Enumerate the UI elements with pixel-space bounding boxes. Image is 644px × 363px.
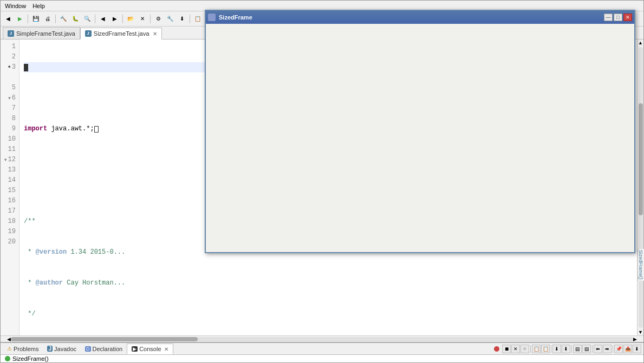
tab-problems[interactable]: ⚠ Problems bbox=[3, 344, 43, 354]
scroll-right-btn[interactable]: ▶ bbox=[633, 336, 637, 342]
tab-sized-frame-test[interactable]: J SizedFrameTest.java ✕ bbox=[80, 28, 162, 39]
horizontal-scrollbar[interactable]: ◀ ▶ bbox=[1, 335, 643, 342]
line-num-9: 9 bbox=[3, 124, 16, 134]
toolbar-btn-search[interactable]: 🔍 bbox=[82, 14, 93, 24]
scroll-up-btn[interactable]: ▲ bbox=[638, 39, 643, 46]
toolbar-sep4 bbox=[122, 15, 123, 23]
bottom-sep1 bbox=[530, 345, 531, 353]
toolbar-btn-more3[interactable]: ⬇ bbox=[177, 14, 187, 24]
bottom-stop-btn[interactable]: ⏹ bbox=[502, 345, 511, 353]
scroll-thumb-h[interactable] bbox=[11, 337, 198, 341]
bottom-close-btn1[interactable]: ✕ bbox=[511, 345, 520, 353]
bottom-copy-btn1[interactable]: 📋 bbox=[532, 345, 541, 353]
bottom-export-btn[interactable]: 📤 bbox=[623, 345, 632, 353]
tab-label-sized: SizedFrameTest.java bbox=[94, 30, 149, 37]
sized-frame-close-btn[interactable]: ✕ bbox=[623, 14, 632, 21]
toolbar-btn-save[interactable]: 💾 bbox=[30, 14, 41, 24]
tab-icon-sized: J bbox=[85, 30, 92, 37]
line-num-8: 8 bbox=[3, 114, 16, 124]
line-num-10: 10 bbox=[3, 134, 16, 144]
tab-close-sized[interactable]: ✕ bbox=[153, 31, 157, 37]
line-num-14: 14 bbox=[3, 175, 16, 186]
stop-indicator bbox=[494, 346, 499, 352]
line-num-4 bbox=[3, 72, 16, 83]
tab-console-close[interactable]: ✕ bbox=[164, 346, 168, 352]
line-num-15: 15 bbox=[3, 186, 16, 196]
sized-frame-titlebar: SizedFrame — □ ✕ bbox=[206, 11, 634, 24]
toolbar-sep2 bbox=[55, 15, 56, 23]
line-num-5: 5 bbox=[3, 83, 16, 93]
sized-frame-window: SizedFrame — □ ✕ bbox=[205, 10, 635, 253]
bottom-close-btn2[interactable]: ✕ bbox=[521, 345, 529, 353]
toolbar-btn-build[interactable]: 🔨 bbox=[58, 14, 69, 24]
menu-window[interactable]: Window bbox=[5, 3, 26, 9]
tab-icon-simple: J bbox=[8, 30, 14, 37]
outline-panel: SizedFrame() bbox=[638, 249, 644, 281]
scroll-track-v[interactable] bbox=[639, 47, 643, 328]
bottom-panel: ⚠ Problems J Javadoc D Declaration ▶ Con… bbox=[1, 342, 643, 362]
toolbar-btn-more4[interactable]: 📋 bbox=[192, 14, 203, 24]
menu-help[interactable]: Help bbox=[32, 3, 45, 9]
line-num-1: 1 bbox=[3, 42, 16, 52]
sized-frame-minimize-btn[interactable]: — bbox=[604, 14, 613, 21]
bottom-sep5 bbox=[613, 345, 613, 353]
sized-frame-title-text: SizedFrame bbox=[219, 14, 252, 21]
line-num-20: 20 bbox=[3, 237, 16, 247]
bottom-toolbar: ⏹ ✕ ✕ 📋 📋 ⬇ ⬇ ▤ ▤ ⬅ ➡ 📌 📤 ⬇ bbox=[494, 345, 643, 353]
toolbar-sep1 bbox=[28, 15, 28, 23]
bottom-nav-btn1[interactable]: ⬅ bbox=[594, 345, 602, 353]
scroll-track-h[interactable] bbox=[11, 337, 633, 341]
bottom-down-btn2[interactable]: ⬇ bbox=[562, 345, 570, 353]
line-num-17: 17 bbox=[3, 206, 16, 216]
toolbar-btn-prev[interactable]: ◀ bbox=[97, 14, 108, 24]
bottom-tabs: ⚠ Problems J Javadoc D Declaration ▶ Con… bbox=[1, 343, 643, 355]
outline-item: SizedFrame() bbox=[638, 250, 643, 280]
toolbar-sep3 bbox=[95, 15, 95, 23]
toolbar-btn-back[interactable]: ◀ bbox=[3, 14, 14, 24]
toolbar-btn-print[interactable]: 🖨 bbox=[42, 14, 53, 24]
console-status-dot bbox=[5, 356, 10, 361]
tab-javadoc-label: Javadoc bbox=[54, 346, 76, 352]
tab-problems-label: Problems bbox=[14, 346, 38, 352]
line-numbers: 1 2 ●3 5 ▼6 7 8 9 10 11 ▼12 13 14 15 16 … bbox=[1, 39, 19, 335]
toolbar-btn-next[interactable]: ▶ bbox=[109, 14, 120, 24]
tab-label-simple: SimpleFrameTest.java bbox=[16, 30, 75, 37]
sized-frame-title-icon bbox=[208, 14, 216, 21]
line-num-3: ●3 bbox=[3, 62, 16, 72]
bottom-nav-btn2[interactable]: ➡ bbox=[603, 345, 612, 353]
vertical-scrollbar[interactable]: ▲ ▼ bbox=[637, 39, 643, 335]
scroll-left-btn[interactable]: ◀ bbox=[7, 336, 11, 342]
line-num-11: 11 bbox=[3, 144, 16, 155]
declaration-icon: D bbox=[85, 346, 91, 352]
code-line-8: * @author Cay Horstman... bbox=[24, 278, 633, 288]
sized-frame-title-group: SizedFrame bbox=[208, 14, 252, 21]
bottom-view-btn2[interactable]: ▤ bbox=[582, 345, 591, 353]
line-num-7: 7 bbox=[3, 103, 16, 114]
scroll-thumb-v[interactable] bbox=[639, 103, 643, 216]
console-icon: ▶ bbox=[132, 346, 138, 352]
toolbar-btn-close[interactable]: ✕ bbox=[137, 14, 148, 24]
toolbar-btn-more1[interactable]: ⚙ bbox=[153, 14, 164, 24]
toolbar-btn-more2[interactable]: 🔧 bbox=[165, 14, 175, 24]
bottom-down-btn1[interactable]: ⬇ bbox=[552, 345, 561, 353]
tab-console-label: Console bbox=[139, 346, 161, 352]
bottom-view-btn1[interactable]: ▤ bbox=[573, 345, 582, 353]
bottom-sep4 bbox=[592, 345, 593, 353]
line-num-6: ▼6 bbox=[3, 93, 16, 103]
bottom-sep3 bbox=[571, 345, 572, 353]
toolbar-btn-run[interactable]: ▶ bbox=[15, 14, 25, 24]
scroll-down-btn[interactable]: ▼ bbox=[638, 329, 643, 335]
line-num-13: 13 bbox=[3, 165, 16, 175]
bottom-pin-btn[interactable]: 📌 bbox=[614, 345, 623, 353]
bottom-content: SizedFrame() bbox=[1, 355, 643, 362]
tab-javadoc[interactable]: J Javadoc bbox=[43, 344, 81, 354]
bottom-minimize-btn[interactable]: ⬇ bbox=[633, 345, 641, 353]
line-num-18: 18 bbox=[3, 216, 16, 227]
toolbar-btn-open[interactable]: 📂 bbox=[125, 14, 136, 24]
tab-console[interactable]: ▶ Console ✕ bbox=[127, 344, 173, 354]
bottom-copy-btn2[interactable]: 📋 bbox=[541, 345, 550, 353]
tab-declaration[interactable]: D Declaration bbox=[81, 344, 127, 354]
sized-frame-maximize-btn[interactable]: □ bbox=[614, 14, 622, 21]
toolbar-btn-debug[interactable]: 🐛 bbox=[70, 14, 81, 24]
tab-simple-frame-test[interactable]: J SimpleFrameTest.java bbox=[3, 27, 80, 39]
